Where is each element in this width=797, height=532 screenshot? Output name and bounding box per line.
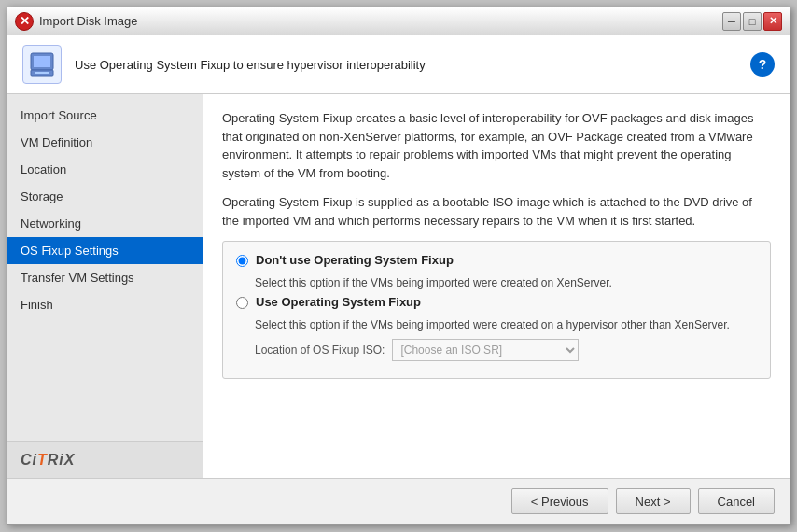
header-icon bbox=[22, 45, 62, 84]
sidebar-item-transfer-vm-settings[interactable]: Transfer VM Settings bbox=[7, 264, 203, 291]
description-para2: Operating System Fixup is supplied as a … bbox=[222, 193, 771, 230]
help-button[interactable]: ? bbox=[750, 52, 775, 77]
radio-use[interactable] bbox=[236, 297, 248, 309]
radio-use-desc: Select this option if the VMs being impo… bbox=[255, 318, 757, 331]
radio-use-label[interactable]: Use Operating System Fixup bbox=[256, 295, 421, 309]
options-box: Don't use Operating System Fixup Select … bbox=[222, 241, 771, 379]
cancel-button[interactable]: Cancel bbox=[698, 488, 775, 514]
left-panel: Import Source VM Definition Location Sto… bbox=[7, 94, 203, 478]
sidebar-item-networking[interactable]: Networking bbox=[7, 210, 203, 237]
description-para1: Operating System Fixup creates a basic l… bbox=[222, 109, 771, 182]
close-button-x[interactable]: ✕ bbox=[15, 12, 34, 31]
iso-location-select[interactable]: [Choose an ISO SR] bbox=[392, 339, 579, 361]
close-button[interactable]: ✕ bbox=[763, 12, 782, 31]
title-bar: ✕ Import Disk Image ─ □ ✕ bbox=[7, 7, 790, 35]
previous-button[interactable]: < Previous bbox=[511, 488, 608, 514]
citrix-logo: CiTRiX bbox=[21, 452, 75, 468]
sidebar-item-os-fixup-settings[interactable]: OS Fixup Settings bbox=[7, 237, 203, 264]
sidebar-item-location[interactable]: Location bbox=[7, 156, 203, 183]
minimize-button[interactable]: ─ bbox=[722, 12, 741, 31]
content-area: Operating System Fixup creates a basic l… bbox=[203, 94, 790, 478]
sidebar-item-vm-definition[interactable]: VM Definition bbox=[7, 129, 203, 156]
main-content: Import Source VM Definition Location Sto… bbox=[7, 94, 790, 478]
iso-location-row: Location of OS Fixup ISO: [Choose an ISO… bbox=[255, 339, 757, 361]
radio-dont-use-desc: Select this option if the VMs being impo… bbox=[255, 276, 757, 289]
sidebar-item-import-source[interactable]: Import Source bbox=[7, 102, 203, 129]
sidebar-item-finish[interactable]: Finish bbox=[7, 291, 203, 318]
option-dont-use: Don't use Operating System Fixup Select … bbox=[236, 253, 757, 289]
next-button[interactable]: Next > bbox=[616, 488, 691, 514]
svg-rect-3 bbox=[35, 72, 49, 74]
sidebar-item-storage[interactable]: Storage bbox=[7, 183, 203, 210]
sidebar-nav: Import Source VM Definition Location Sto… bbox=[7, 94, 203, 441]
iso-location-label: Location of OS Fixup ISO: bbox=[255, 343, 385, 357]
option-use: Use Operating System Fixup Select this o… bbox=[236, 295, 757, 361]
footer-area: < Previous Next > Cancel bbox=[7, 478, 790, 524]
svg-rect-1 bbox=[34, 56, 50, 67]
citrix-logo-area: CiTRiX bbox=[7, 441, 203, 478]
window-title: Import Disk Image bbox=[39, 14, 137, 28]
maximize-button[interactable]: □ bbox=[743, 12, 762, 31]
header-title: Use Operating System Fixup to ensure hyp… bbox=[75, 58, 426, 72]
radio-dont-use-label[interactable]: Don't use Operating System Fixup bbox=[256, 253, 454, 267]
header-bar: Use Operating System Fixup to ensure hyp… bbox=[7, 35, 790, 94]
radio-dont-use[interactable] bbox=[236, 255, 248, 267]
